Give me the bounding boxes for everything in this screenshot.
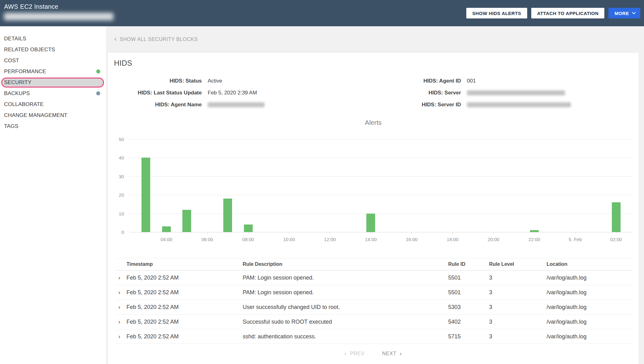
details-right-column: HIDS: Agent ID 001 HIDS: Server HIDS: Se… xyxy=(373,75,632,111)
chart-bar-22:00 xyxy=(530,230,539,232)
chart-x-tick-label: 04:00 xyxy=(161,237,172,242)
show-hids-alerts-button[interactable]: SHOW HIDS ALERTS xyxy=(466,8,527,18)
chart-x-tick-label: 12:00 xyxy=(324,237,336,242)
sidebar-item-performance[interactable]: PERFORMANCE xyxy=(0,66,106,77)
cell-rule-id: 5501 xyxy=(448,275,489,281)
chart-gridline xyxy=(130,139,632,139)
header-actions: SHOW HIDS ALERTS ATTACH TO APPLICATION M… xyxy=(466,8,640,18)
sidebar-item-label: SECURITY xyxy=(4,79,32,86)
chart-bar-04:00 xyxy=(162,226,171,232)
chart-x-tick-label: 22:00 xyxy=(528,237,540,242)
cell-rule-level: 3 xyxy=(489,289,547,296)
table-row[interactable]: › Feb 5, 2020 2:52 AM Successful sudo to… xyxy=(116,315,632,329)
prev-page-button[interactable]: ‹ PREV xyxy=(344,351,365,356)
sidebar-item-details[interactable]: DETAILS xyxy=(0,33,106,44)
expand-row-icon[interactable]: › xyxy=(116,319,126,325)
cell-location: /var/log/auth.log xyxy=(547,333,632,340)
expand-row-icon[interactable]: › xyxy=(116,275,126,281)
chart-bar-07:00 xyxy=(223,199,232,232)
detail-value: Feb 5, 2020 2:39 AM xyxy=(208,90,257,96)
chart-x-tick-mark xyxy=(453,232,453,234)
expand-row-icon[interactable]: › xyxy=(116,290,126,295)
detail-label: HIDS: Agent Name xyxy=(114,102,208,108)
chart-x-tick-label: 16:00 xyxy=(406,237,418,242)
more-button[interactable]: MORE xyxy=(608,8,640,18)
cell-location: /var/log/auth.log xyxy=(547,275,632,281)
detail-row-server-id: HIDS: Server ID xyxy=(373,99,632,111)
chart-x-tick-label: 5. Feb xyxy=(568,237,582,242)
cell-rule-level: 3 xyxy=(489,304,547,311)
chart-x-tick-mark xyxy=(616,232,617,234)
show-all-security-blocks-link[interactable]: ‹ SHOW ALL SECURITY BLOCKS xyxy=(114,36,644,43)
hids-card: HIDS HIDS: Status Active HIDS: Last Stat… xyxy=(107,52,639,364)
expand-row-icon[interactable]: › xyxy=(116,334,126,339)
sidebar-item-cost[interactable]: COST xyxy=(0,55,106,66)
cell-timestamp: Feb 5, 2020 2:52 AM xyxy=(126,275,243,281)
chart-x-tick-label: 06:00 xyxy=(201,237,213,242)
cell-rule-level: 3 xyxy=(489,275,547,281)
chart-x-tick-mark xyxy=(412,232,412,234)
detail-row-server: HIDS: Server xyxy=(373,87,632,99)
detail-label: HIDS: Status xyxy=(114,78,208,84)
chart-x-tick-label: 10:00 xyxy=(283,237,295,242)
hids-details: HIDS: Status Active HIDS: Last Status Up… xyxy=(114,75,632,111)
detail-row-agent-id: HIDS: Agent ID 001 xyxy=(373,75,632,87)
cell-rule-description: sshd: authentication success. xyxy=(243,333,448,340)
sidebar-item-collaborate[interactable]: COLLABORATE xyxy=(0,99,106,110)
chart-gridline xyxy=(130,232,632,232)
chart-y-tick-label: 0 xyxy=(113,230,124,235)
alerts-table: Timestamp Rule Description Rule ID Rule … xyxy=(116,258,632,344)
sidebar-item-label: PERFORMANCE xyxy=(4,68,46,75)
detail-label: HIDS: Server xyxy=(373,90,467,96)
sidebar-item-label: TAGS xyxy=(4,123,18,129)
more-button-label: MORE xyxy=(614,11,629,16)
cell-timestamp: Feb 5, 2020 2:52 AM xyxy=(126,304,243,311)
page-title: AWS EC2 Instance xyxy=(4,3,113,10)
detail-row-last-status-update: HIDS: Last Status Update Feb 5, 2020 2:3… xyxy=(114,87,373,99)
table-row[interactable]: › Feb 5, 2020 2:52 AM User successfully … xyxy=(116,300,632,315)
cell-location: /var/log/auth.log xyxy=(547,304,632,311)
detail-row-agent-name: HIDS: Agent Name xyxy=(114,99,373,111)
chart-gridline xyxy=(130,176,632,177)
sidebar-item-change-management[interactable]: CHANGE MANAGEMENT xyxy=(0,110,106,121)
cell-timestamp: Feb 5, 2020 2:52 AM xyxy=(126,319,243,325)
app-root: AWS EC2 Instance SHOW HIDS ALERTS ATTACH… xyxy=(0,0,644,364)
details-left-column: HIDS: Status Active HIDS: Last Status Up… xyxy=(114,75,373,111)
chart-x-tick-mark xyxy=(575,232,576,234)
column-header-location: Location xyxy=(547,261,632,267)
cell-rule-description: User successfully changed UID to root. xyxy=(243,304,448,311)
next-page-button[interactable]: NEXT › xyxy=(382,351,402,356)
cell-rule-id: 5501 xyxy=(448,289,489,296)
table-row[interactable]: › Feb 5, 2020 2:52 AM PAM: Login session… xyxy=(116,270,632,285)
column-header-rule-id: Rule ID xyxy=(448,261,489,267)
attach-to-application-button[interactable]: ATTACH TO APPLICATION xyxy=(531,8,605,18)
column-header-rule-level: Rule Level xyxy=(489,261,547,267)
sidebar-item-label: COLLABORATE xyxy=(4,101,44,108)
table-header-row: Timestamp Rule Description Rule ID Rule … xyxy=(116,258,632,270)
sidebar-item-related-objects[interactable]: RELATED OBJECTS xyxy=(0,44,106,55)
cell-rule-description: PAM: Login session opened. xyxy=(243,275,448,281)
sidebar-item-security[interactable]: SECURITY xyxy=(1,78,104,88)
redacted-server-id xyxy=(467,102,571,107)
chart-bar-02:00 xyxy=(612,202,621,232)
chart-gridline xyxy=(130,195,632,195)
table-row[interactable]: › Feb 5, 2020 2:52 AM PAM: Login session… xyxy=(116,285,632,300)
chart-y-tick-label: 30 xyxy=(113,174,124,179)
chart-x-tick-label: 08:00 xyxy=(242,237,254,242)
chart-x-tick-mark xyxy=(330,232,330,234)
chevron-down-icon xyxy=(632,10,636,14)
expand-row-icon[interactable]: › xyxy=(116,304,126,310)
chart-gridline xyxy=(130,158,632,158)
sidebar-item-tags[interactable]: TAGS xyxy=(0,121,106,132)
chart-x-tick-mark xyxy=(493,232,494,234)
cell-rule-id: 5303 xyxy=(448,304,489,311)
prev-label: PREV xyxy=(350,351,365,356)
sidebar-item-backups[interactable]: BACKUPS xyxy=(0,88,106,99)
sidebar-item-label: BACKUPS xyxy=(4,90,30,97)
chart-x-tick-label: 18:00 xyxy=(447,237,458,242)
table-row[interactable]: › Feb 5, 2020 2:52 AM sshd: authenticati… xyxy=(116,329,632,344)
chart-x-tick-mark xyxy=(166,232,167,234)
alerts-chart-plot: 0102030405004:0006:0008:0010:0012:0014:0… xyxy=(130,139,632,232)
app-header: AWS EC2 Instance SHOW HIDS ALERTS ATTACH… xyxy=(0,0,644,26)
detail-label: HIDS: Server ID xyxy=(373,102,467,108)
